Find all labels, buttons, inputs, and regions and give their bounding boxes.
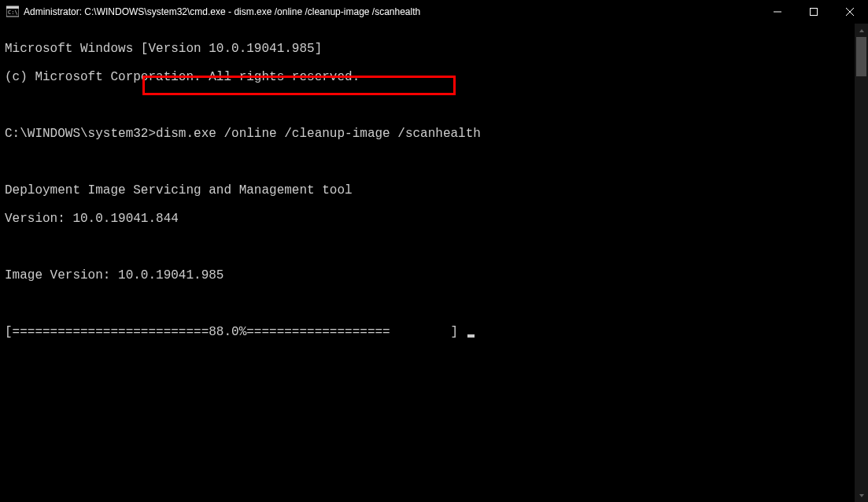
terminal-output[interactable]: Microsoft Windows [Version 10.0.19041.98… [0, 24, 868, 502]
output-line: Deployment Image Servicing and Managemen… [5, 183, 868, 197]
output-blank [5, 240, 868, 254]
command-text: dism.exe /online /cleanup-image /scanhea… [156, 127, 481, 141]
svg-text:C:\: C:\ [8, 9, 18, 16]
progress-line: [==========================88.0%========… [5, 325, 868, 339]
progress-bar: [==========================88.0%========… [5, 325, 466, 339]
prompt-line: C:\WINDOWS\system32>dism.exe /online /cl… [5, 127, 868, 141]
output-line: (c) Microsoft Corporation. All rights re… [5, 70, 868, 84]
output-line: Microsoft Windows [Version 10.0.19041.98… [5, 42, 868, 56]
output-blank [5, 98, 868, 113]
scroll-thumb[interactable] [856, 37, 866, 76]
cursor [467, 334, 475, 338]
cmd-icon: C:\ [6, 6, 19, 18]
window-title: Administrator: C:\WINDOWS\system32\cmd.e… [24, 6, 759, 17]
output-blank [5, 297, 868, 311]
output-line: Version: 10.0.19041.844 [5, 212, 868, 226]
svg-marker-7 [859, 29, 864, 32]
prompt-prefix: C:\WINDOWS\system32> [5, 127, 156, 141]
output-blank [5, 155, 868, 169]
svg-rect-1 [6, 6, 19, 9]
scroll-down-arrow-icon[interactable] [855, 489, 868, 502]
vertical-scrollbar[interactable] [855, 24, 868, 502]
svg-marker-8 [859, 494, 864, 497]
svg-rect-4 [811, 9, 818, 16]
maximize-button[interactable] [796, 0, 832, 24]
window-titlebar: C:\ Administrator: C:\WINDOWS\system32\c… [0, 0, 868, 24]
scroll-up-arrow-icon[interactable] [855, 24, 868, 37]
minimize-button[interactable] [759, 0, 796, 24]
window-controls [759, 0, 868, 24]
output-line: Image Version: 10.0.19041.985 [5, 268, 868, 282]
close-button[interactable] [832, 0, 868, 24]
